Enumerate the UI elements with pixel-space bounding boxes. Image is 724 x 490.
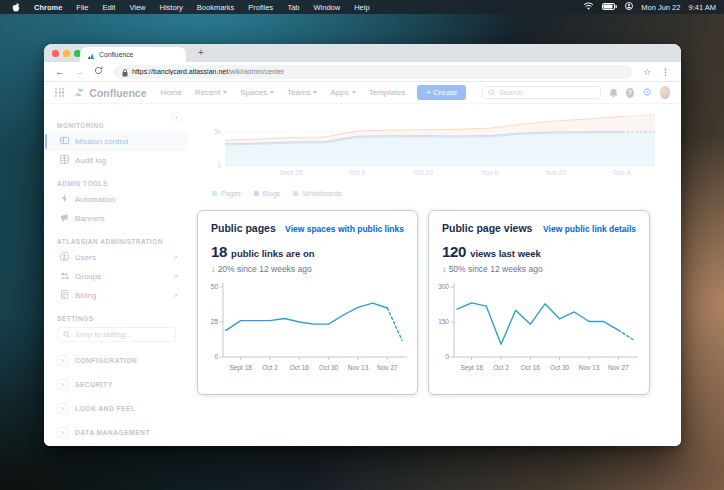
wifi-icon[interactable] [583, 2, 594, 12]
forward-button[interactable]: → [72, 67, 88, 77]
confluence-page: Confluence HomeRecentSpacesTeamsAppsTemp… [44, 82, 681, 446]
collapsed-section-label: SECURITY [75, 381, 113, 388]
chevron-down-icon [270, 91, 274, 94]
menu-profiles[interactable]: Profiles [241, 3, 280, 12]
reload-button[interactable] [91, 66, 106, 77]
legend-label: Pages [221, 190, 241, 197]
menu-history[interactable]: History [153, 3, 190, 12]
menu-help[interactable]: Help [347, 3, 376, 12]
metric: 120 views last week [442, 243, 636, 260]
menubar-date[interactable]: Mon Jun 22 [641, 3, 680, 12]
help-icon[interactable]: ? [626, 88, 634, 98]
nav-teams[interactable]: Teams [287, 88, 318, 97]
sidebar-item-audit-log[interactable]: Audit log [44, 151, 188, 170]
menubar-time[interactable]: 9:41 AM [688, 3, 716, 12]
sidebar-item-billing[interactable]: Billing↗ [44, 286, 188, 305]
jump-to-setting-input[interactable]: Jump to setting... [57, 327, 176, 342]
sidebar-item-label: Automation [75, 195, 115, 204]
sidebar-collapse-button[interactable]: ‹ [171, 112, 182, 123]
sidebar-item-mission-control[interactable]: Mission control [44, 132, 188, 151]
page-views-line-chart: 3001500Sept 18Oct 2Oct 16Oct 30Nov 13Nov… [436, 278, 643, 378]
chart-legend: PagesBlogsWhiteboards [212, 190, 666, 197]
browser-window: Confluence + ← → https://banclycard.atla… [44, 44, 681, 446]
content-overview-chart: 5k0Sept 25Oct 9Oct 23Nov 6Nov 20Dec 4 Pa… [210, 104, 666, 197]
billing-icon [60, 290, 69, 301]
create-button[interactable]: + Create [417, 85, 466, 100]
metric-value: 18 [211, 243, 227, 260]
menu-edit[interactable]: Edit [95, 3, 122, 12]
sidebar-section-title: SETTINGS [57, 315, 188, 322]
view-spaces-link[interactable]: View spaces with public links [285, 224, 404, 234]
metric-label: public links are on [231, 248, 314, 259]
apple-logo-icon[interactable] [12, 2, 21, 13]
browser-tab-confluence[interactable]: Confluence [80, 47, 186, 62]
minimize-window-button[interactable] [63, 50, 70, 57]
bookmark-star-icon[interactable]: ☆ [640, 67, 654, 77]
card-title: Public page views [442, 222, 532, 234]
sidebar-item-banners[interactable]: Banners [44, 209, 188, 228]
new-tab-button[interactable]: + [194, 46, 208, 59]
trend-down-icon: ↓ [442, 264, 446, 274]
sidebar-item-label: Groups [75, 272, 101, 281]
public-page-views-card: Public page views View public link detai… [428, 210, 650, 395]
sidebar-item-groups[interactable]: Groups↗ [44, 267, 188, 286]
close-window-button[interactable] [52, 50, 59, 57]
tab-favicon-atlassian [87, 46, 95, 64]
browser-toolbar: ← → https://banclycard.atlassian.net/wik… [44, 62, 681, 82]
sidebar-item-users[interactable]: Users↗ [44, 248, 188, 267]
legend-item-blogs[interactable]: Blogs [254, 190, 281, 197]
svg-text:150: 150 [438, 318, 449, 325]
svg-text:Sept 18: Sept 18 [229, 364, 252, 372]
search-icon [63, 331, 70, 338]
sidebar-collapsed-configuration[interactable]: ›CONFIGURATION [57, 355, 188, 366]
tab-strip: Confluence + [44, 44, 681, 62]
confluence-logo[interactable]: Confluence [74, 87, 146, 99]
nav-spaces[interactable]: Spaces [240, 88, 274, 97]
address-bar[interactable]: https://banclycard.atlassian.net/wiki/ad… [114, 65, 632, 79]
metric: 18 public links are on [211, 243, 404, 260]
chevron-right-icon: › [57, 379, 68, 390]
back-button[interactable]: ← [52, 67, 68, 77]
sidebar-item-label: Users [75, 253, 96, 262]
collapsed-section-label: LOOK AND FEEL [75, 405, 135, 412]
sidebar-collapsed-security[interactable]: ›SECURITY [57, 379, 188, 390]
nav-home[interactable]: Home [161, 88, 182, 97]
collapsed-section-label: DATA MANAGEMENT [75, 429, 150, 436]
battery-icon[interactable] [602, 3, 617, 12]
menu-chrome[interactable]: Chrome [27, 3, 69, 12]
menu-items: ChromeFileEditViewHistoryBookmarksProfil… [27, 3, 377, 12]
settings-gear-icon[interactable]: ⚙ [642, 86, 652, 99]
sidebar-collapsed-data-management[interactable]: ›DATA MANAGEMENT [57, 427, 188, 438]
view-link-details-link[interactable]: View public link details [543, 224, 636, 234]
delta-text: ↓ 50% since 12 weeks ago [442, 264, 636, 274]
browser-menu-icon[interactable]: ⋮ [658, 67, 673, 77]
svg-text:Oct 16: Oct 16 [290, 364, 310, 371]
nav-templates[interactable]: Templates [369, 88, 405, 97]
external-link-icon: ↗ [172, 254, 178, 262]
legend-item-pages[interactable]: Pages [212, 190, 241, 197]
nav-apps[interactable]: Apps [330, 88, 355, 97]
legend-label: Blogs [263, 190, 281, 197]
sidebar-item-label: Audit log [75, 156, 106, 165]
notifications-bell-icon[interactable] [609, 88, 618, 98]
header-nav: HomeRecentSpacesTeamsAppsTemplates [161, 88, 406, 97]
menubar-status: Mon Jun 22 9:41 AM [583, 2, 716, 12]
svg-text:Oct 30: Oct 30 [550, 364, 570, 371]
menu-bookmarks[interactable]: Bookmarks [190, 3, 242, 12]
svg-text:Sept 25: Sept 25 [280, 169, 303, 177]
menu-tab[interactable]: Tab [280, 3, 306, 12]
sidebar-item-automation[interactable]: Automation [44, 190, 188, 209]
menu-file[interactable]: File [69, 3, 95, 12]
main-content: 5k0Sept 25Oct 9Oct 23Nov 6Nov 20Dec 4 Pa… [188, 104, 681, 446]
menu-window[interactable]: Window [306, 3, 347, 12]
fast-user-switch-icon[interactable] [625, 2, 633, 12]
metric-label: views last week [470, 248, 541, 259]
sidebar-collapsed-look-and-feel[interactable]: ›LOOK AND FEEL [57, 403, 188, 414]
legend-item-whiteboards[interactable]: Whiteboards [293, 190, 341, 197]
trend-down-icon: ↓ [211, 264, 215, 274]
nav-recent[interactable]: Recent [195, 88, 227, 97]
menu-view[interactable]: View [122, 3, 152, 12]
app-switcher-icon[interactable] [55, 88, 64, 97]
global-search-input[interactable]: Search [482, 86, 601, 99]
user-avatar[interactable] [660, 86, 670, 99]
